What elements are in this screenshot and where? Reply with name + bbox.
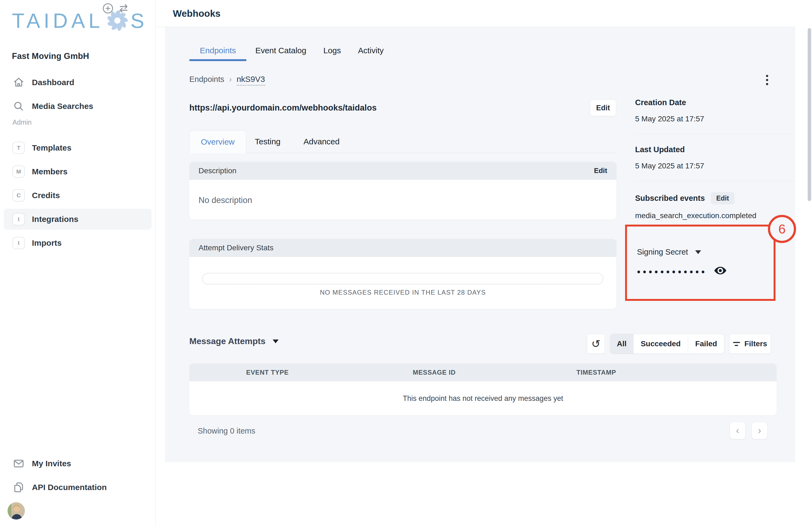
filter-failed-button[interactable]: Failed <box>688 334 724 354</box>
message-attempts-title: Message Attempts <box>189 336 266 346</box>
description-card: Description Edit No description <box>189 162 617 220</box>
sidebar-item-label: API Documentation <box>32 483 107 492</box>
sidebar-item-dashboard[interactable]: Dashboard <box>4 72 151 93</box>
add-org-icon[interactable] <box>102 2 114 15</box>
sidebar-item-label: Members <box>32 167 68 176</box>
breadcrumb-separator: › <box>229 75 232 84</box>
table-empty-text: This endpoint has not received any messa… <box>403 394 563 403</box>
divider <box>635 134 795 134</box>
page-header: Webhooks <box>156 0 795 27</box>
subscribed-event-value: media_search_execution.completed <box>635 211 795 220</box>
creation-date-label: Creation Date <box>635 98 795 107</box>
credits-badge-icon: C <box>12 189 25 202</box>
divider <box>635 181 795 181</box>
filters-button-label: Filters <box>744 340 767 348</box>
reveal-secret-eye-icon[interactable] <box>713 264 727 277</box>
column-event-type: EVENT TYPE <box>246 363 289 381</box>
tab-endpoints[interactable]: Endpoints <box>189 40 246 61</box>
sidebar-item-templates[interactable]: T Templates <box>4 137 151 159</box>
sidebar-item-imports[interactable]: I Imports <box>4 232 151 254</box>
document-icon <box>12 481 25 494</box>
showing-items-count: Showing 0 items <box>198 426 255 435</box>
edit-subscribed-events-button[interactable]: Edit <box>711 192 734 204</box>
sidebar-item-api-documentation[interactable]: API Documentation <box>4 477 151 498</box>
annotation-highlight-box: Signing Secret •••••••••••• <box>625 225 775 301</box>
sidebar-item-label: Templates <box>32 143 71 152</box>
filters-button[interactable]: Filters <box>729 334 771 354</box>
members-badge-icon: M <box>12 165 25 178</box>
sidebar-item-my-invites[interactable]: My Invites <box>4 453 151 474</box>
sidebar: TAIDAL S Fast Moving GmbH <box>0 0 156 526</box>
envelope-icon <box>12 457 25 470</box>
filter-icon <box>733 342 740 346</box>
tab-activity[interactable]: Activity <box>358 46 384 55</box>
org-switcher: Fast Moving GmbH <box>12 48 147 64</box>
endpoint-url: https://api.yourdomain.com/webhooks/taid… <box>189 103 377 113</box>
endpoint-subtabs: Overview Testing Advanced <box>189 130 617 153</box>
description-empty-text: No description <box>189 180 617 205</box>
sidebar-item-label: Imports <box>32 238 62 247</box>
org-name: Fast Moving GmbH <box>12 51 89 61</box>
tab-event-catalog[interactable]: Event Catalog <box>255 46 306 55</box>
message-attempts-dropdown[interactable]: Message Attempts <box>189 336 279 346</box>
attempts-filter-segmented-control: All Succeeded Failed <box>610 334 724 354</box>
filter-succeeded-button[interactable]: Succeeded <box>634 334 688 354</box>
tab-overview[interactable]: Overview <box>189 130 246 153</box>
tab-advanced[interactable]: Advanced <box>304 130 339 153</box>
sidebar-item-media-searches[interactable]: Media Searches <box>4 96 151 117</box>
imports-badge-icon: I <box>12 237 25 249</box>
breadcrumb: Endpoints › nkS9V3 <box>189 75 265 86</box>
sidebar-item-label: Dashboard <box>32 78 74 87</box>
last-updated-value: 5 May 2025 at 17:57 <box>635 162 795 170</box>
sidebar-item-label: Media Searches <box>32 102 93 111</box>
empty-stats-bar <box>202 273 604 285</box>
next-page-button[interactable]: › <box>752 422 767 439</box>
search-icon <box>12 100 25 112</box>
description-title: Description <box>199 166 236 175</box>
active-tab-underline <box>189 59 246 61</box>
portal-tabs: Endpoints Event Catalog Logs Activity <box>189 40 384 61</box>
table-empty-row: This endpoint has not received any messa… <box>189 381 777 416</box>
delivery-stats-header: Attempt Delivery Stats <box>189 239 617 257</box>
edit-url-button[interactable]: Edit <box>590 100 616 116</box>
sidebar-section-admin: Admin <box>12 118 32 126</box>
previous-page-button[interactable]: ‹ <box>730 422 745 439</box>
breadcrumb-endpoints-link[interactable]: Endpoints <box>189 75 224 84</box>
signing-secret-dropdown[interactable]: Signing Secret <box>637 247 701 256</box>
logo-text-right: S <box>130 9 148 32</box>
stats-empty-text: NO MESSAGES RECEIVED IN THE LAST 28 DAYS <box>189 289 617 296</box>
tab-label: Endpoints <box>200 46 236 55</box>
webhooks-portal-panel: Endpoints Event Catalog Logs Activity En… <box>165 27 795 462</box>
breadcrumb-endpoint-id[interactable]: nkS9V3 <box>237 75 265 86</box>
chevron-down-icon <box>695 250 701 254</box>
subscribed-events-label: Subscribed events <box>635 194 705 203</box>
delivery-stats-title: Attempt Delivery Stats <box>199 243 274 252</box>
tab-testing[interactable]: Testing <box>255 130 280 153</box>
creation-date-value: 5 May 2025 at 17:57 <box>635 115 795 123</box>
scrollbar[interactable] <box>808 28 811 201</box>
user-avatar[interactable] <box>8 502 25 520</box>
logo-text-left: TAIDAL <box>12 9 103 32</box>
column-message-id: MESSAGE ID <box>413 363 456 381</box>
sidebar-item-integrations[interactable]: I Integrations <box>4 209 151 230</box>
home-icon <box>12 76 25 89</box>
sidebar-item-members[interactable]: M Members <box>4 161 151 182</box>
signing-secret-masked-value: •••••••••••• <box>637 264 707 277</box>
signing-secret-value-row: •••••••••••• <box>637 264 727 277</box>
portal-bottom-whitespace <box>165 462 795 526</box>
kebab-menu-icon[interactable] <box>760 71 774 89</box>
page-title: Webhooks <box>173 8 220 19</box>
refresh-button[interactable]: ↺ <box>587 334 605 354</box>
column-timestamp: TIMESTAMP <box>576 363 616 381</box>
templates-badge-icon: T <box>12 141 25 154</box>
description-card-header: Description Edit <box>189 162 617 180</box>
sidebar-item-credits[interactable]: C Credits <box>4 185 151 206</box>
delivery-stats-card: Attempt Delivery Stats NO MESSAGES RECEI… <box>189 239 617 309</box>
tab-logs[interactable]: Logs <box>323 46 341 55</box>
filter-all-button[interactable]: All <box>610 334 634 354</box>
message-attempts-table: EVENT TYPE MESSAGE ID TIMESTAMP This end… <box>189 363 777 416</box>
last-updated-label: Last Updated <box>635 145 795 154</box>
edit-description-button[interactable]: Edit <box>594 166 607 175</box>
switch-org-icon[interactable] <box>117 2 130 15</box>
signing-secret-label: Signing Secret <box>637 247 688 256</box>
